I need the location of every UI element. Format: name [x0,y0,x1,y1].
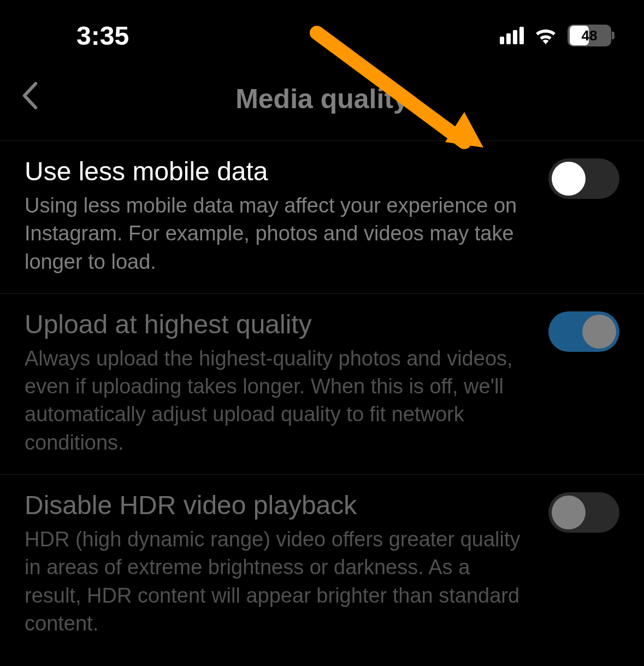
navigation-header: Media quality [0,66,644,141]
status-indicators: 48 [500,25,611,46]
setting-disable-hdr-playback: Disable HDR video playback HDR (high dyn… [0,475,644,655]
setting-description: Always upload the highest-quality photos… [25,345,527,457]
page-title: Media quality [235,83,409,115]
setting-use-less-mobile-data: Use less mobile data Using less mobile d… [0,141,644,294]
setting-text: Upload at highest quality Always upload … [25,309,527,457]
status-bar: 3:35 48 [0,0,644,66]
cellular-signal-icon [500,27,524,44]
setting-title: Disable HDR video playback [25,490,527,520]
toggle-use-less-mobile-data[interactable] [548,158,619,199]
setting-text: Use less mobile data Using less mobile d… [25,156,527,276]
setting-title: Use less mobile data [25,156,527,186]
settings-list: Use less mobile data Using less mobile d… [0,141,644,655]
setting-upload-highest-quality: Upload at highest quality Always upload … [0,294,644,475]
wifi-icon [534,27,558,44]
back-button[interactable] [22,82,44,116]
setting-title: Upload at highest quality [25,309,527,339]
setting-text: Disable HDR video playback HDR (high dyn… [25,490,527,638]
battery-icon: 48 [568,25,611,46]
toggle-disable-hdr-playback[interactable] [548,492,619,533]
setting-description: Using less mobile data may affect your e… [25,192,527,276]
setting-description: HDR (high dynamic range) video offers gr… [25,526,527,638]
battery-percent: 48 [582,27,598,44]
toggle-upload-highest-quality[interactable] [548,311,619,352]
status-time: 3:35 [76,21,129,51]
